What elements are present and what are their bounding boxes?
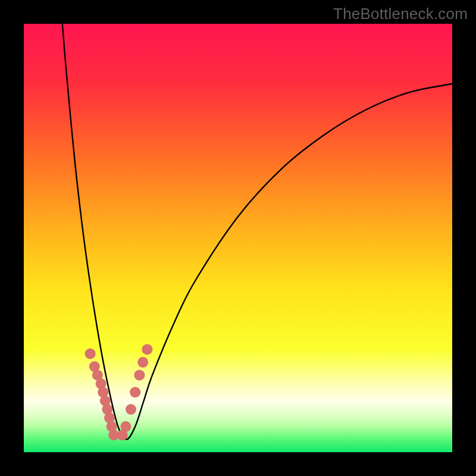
data-marker: [120, 421, 131, 432]
data-marker: [142, 344, 152, 355]
data-marker: [137, 357, 148, 368]
plot-area: [24, 24, 452, 452]
bottleneck-curve: [62, 24, 452, 439]
curve-layer: [24, 24, 452, 452]
chart-frame: TheBottleneck.com: [0, 0, 476, 476]
data-marker: [85, 348, 96, 359]
markers-left-branch: [85, 348, 120, 440]
data-marker: [130, 387, 140, 397]
data-marker: [134, 369, 145, 380]
data-marker: [126, 404, 136, 415]
watermark-text: TheBottleneck.com: [333, 5, 468, 23]
